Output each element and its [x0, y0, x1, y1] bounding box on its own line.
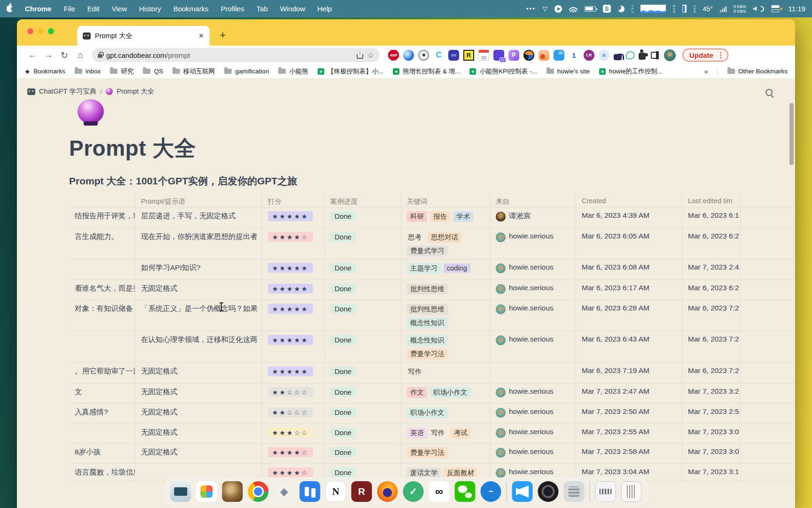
column-header-案例进度[interactable]: 案例进度 [325, 193, 401, 207]
dock-icon-notion[interactable]: N [326, 481, 346, 502]
cell-author[interactable] [490, 363, 576, 383]
menu-file[interactable]: File [64, 5, 75, 13]
table-row-6[interactable]: 在认知心理学领域，迁移和泛化这两★★★★★Done概念性知识费曼学习法howie… [69, 331, 795, 363]
table-row-7[interactable]: 。用它帮助审了一篇无固定格式★★★★★Done写作Mar 6, 2023 7:1… [69, 363, 795, 383]
table-row-9[interactable]: 入真感情?无固定格式★★☆☆☆Done职场小作文howie.seriousMar… [69, 404, 795, 424]
column-header-Last edited tim[interactable]: Last edited tim [682, 193, 741, 207]
cell-status[interactable]: Done [325, 331, 401, 362]
menu-view[interactable]: View [112, 5, 127, 13]
menu-tab[interactable]: Tab [257, 5, 268, 13]
dock-icon-trash[interactable] [621, 481, 642, 502]
browser-menu-dots-icon[interactable]: ⋮ [718, 51, 725, 59]
menu-profiles[interactable]: Profiles [221, 5, 244, 13]
column-header-blank[interactable] [69, 193, 135, 207]
cell-created[interactable]: Mar 6, 2023 6:08 AM [576, 259, 682, 279]
cell-keywords[interactable]: 职场小作文 [401, 404, 490, 423]
bookmark-item-2[interactable]: inbox [75, 68, 101, 75]
toggles-status-icon[interactable] [771, 5, 781, 12]
calendar-extension-icon[interactable] [478, 50, 489, 61]
table-row-3[interactable]: 如何学习API知识?★★★★★Done主题学习codinghowie.serio… [69, 259, 795, 280]
address-bar[interactable]: gpt.candobear.com/prompt ☆ [92, 48, 380, 62]
cell-created[interactable]: Mar 6, 2023 6:05 AM [576, 228, 682, 259]
forward-button[interactable]: → [41, 50, 55, 60]
orange-dot-extension-icon[interactable] [539, 50, 549, 61]
ssl-lock-icon[interactable] [98, 54, 102, 58]
table-row-1[interactable]: 结报告用于评奖，对层层递进，手写，无固定格式★★★★★Done科研报告学术谭淞宸… [69, 207, 795, 228]
cell-last-edited[interactable]: Mar 7, 2023 3:0 [682, 444, 741, 463]
lr-extension-icon[interactable]: LR [584, 50, 594, 61]
cell-last-edited[interactable]: Mar 7, 2023 2:4 [682, 259, 741, 279]
page-search-icon[interactable] [765, 89, 773, 96]
onetab-extension-icon[interactable]: 1 [569, 50, 579, 61]
cell-rating[interactable]: ★★★★★ [262, 363, 325, 383]
dock-icon-launchpad[interactable] [196, 481, 217, 502]
dock-icon-firefox[interactable] [377, 481, 398, 502]
dock-icon-photo-app[interactable] [222, 481, 243, 502]
cell-name[interactable]: 对象：有知识储备， [69, 300, 135, 331]
cell-prompt[interactable]: 在认知心理学领域，迁移和泛化这两 [135, 331, 262, 362]
cell-name[interactable]: 。用它帮助审了一篇 [69, 363, 135, 383]
cell-rating[interactable]: ★★★★★ [262, 280, 325, 300]
password-lock-extension-icon[interactable] [418, 50, 429, 61]
cell-prompt[interactable]: 如何学习API知识? [135, 259, 262, 279]
cell-name[interactable]: 看谁名气大，而是要 [69, 280, 135, 300]
cell-prompt[interactable]: 无固定格式 [135, 363, 262, 383]
cell-name[interactable] [69, 259, 135, 279]
cell-author[interactable]: 谭淞宸 [490, 207, 576, 228]
table-row-4[interactable]: 看谁名气大，而是要无固定格式★★★★★Done批判性思维howie.seriou… [69, 280, 795, 300]
cell-last-edited[interactable]: Mar 7, 2023 2:5 [682, 404, 741, 423]
cell-last-edited[interactable]: Mar 6, 2023 7:2 [682, 363, 741, 383]
cell-keywords[interactable]: 写作 [401, 363, 490, 383]
blue-globe-extension-icon[interactable] [403, 50, 414, 61]
dock-icon-chrome[interactable] [248, 481, 269, 502]
cell-rating[interactable]: ★★☆☆☆ [262, 383, 325, 403]
home-button[interactable]: ⌂ [73, 50, 87, 60]
cell-status[interactable]: Done [325, 404, 401, 423]
cell-status[interactable]: Done [325, 259, 401, 279]
dock-icon-keyboard[interactable] [595, 481, 616, 502]
menu-bookmarks[interactable]: Bookmarks [173, 5, 209, 13]
cell-rating[interactable]: ★★★★★ [262, 259, 325, 279]
cell-prompt[interactable]: 现在开始，你扮演道家思想的提出者 [135, 228, 262, 259]
bookmark-item-11[interactable]: howie's site [547, 68, 590, 75]
play-status-icon[interactable] [554, 5, 562, 13]
cell-prompt[interactable]: 无固定格式 [135, 280, 262, 300]
cell-keywords[interactable]: 作文职场小作文 [401, 383, 490, 403]
cell-rating[interactable]: ★★★★★ [262, 207, 325, 228]
cell-rating[interactable]: ★★★☆☆ [262, 424, 325, 443]
volume-icon[interactable] [753, 6, 764, 12]
cell-name[interactable]: 言生成能力。 [69, 228, 135, 259]
c-extension-icon[interactable]: C [433, 50, 444, 61]
do-not-disturb-moon-icon[interactable] [618, 6, 625, 12]
network-bars-icon[interactable] [720, 6, 727, 12]
cell-created[interactable]: Mar 7, 2023 2:50 AM [576, 404, 682, 423]
cell-last-edited[interactable]: Mar 6, 2023 7:2 [682, 300, 741, 331]
shottr-icon[interactable]: S [603, 5, 611, 13]
cell-author[interactable]: howie.serious [490, 331, 576, 362]
cell-last-edited[interactable]: Mar 7, 2023 3:1 [682, 464, 741, 481]
cell-last-edited[interactable]: Mar 6, 2023 6:1 [682, 207, 741, 228]
column-header-来自[interactable]: 来自 [490, 193, 576, 207]
wifi-icon[interactable] [569, 6, 578, 12]
table-row-8[interactable]: 文无固定格式★★☆☆☆Done作文职场小作文howie.seriousMar 7… [69, 383, 795, 404]
purple-p-extension-icon[interactable]: P [508, 50, 519, 61]
window-controls[interactable] [27, 28, 54, 34]
menu-history[interactable]: History [139, 5, 161, 13]
update-button[interactable]: Update ⋮ [682, 48, 728, 62]
cell-keywords[interactable]: 思考思想对话费曼式学习 [401, 228, 490, 259]
cell-created[interactable]: Mar 6, 2023 6:17 AM [576, 280, 682, 300]
cell-author[interactable]: howie.serious [490, 280, 576, 300]
cell-created[interactable]: Mar 7, 2023 2:47 AM [576, 383, 682, 403]
cell-created[interactable]: Mar 7, 2023 2:55 AM [576, 424, 682, 443]
bookmark-item-5[interactable]: 移动互联网 [172, 67, 215, 76]
dock-icon-proxy-wave[interactable]: ~ [481, 481, 501, 502]
cell-created[interactable]: Mar 6, 2023 7:19 AM [576, 363, 682, 383]
profile-avatar[interactable] [664, 49, 676, 61]
column-header-关键词[interactable]: 关键词 [401, 193, 490, 207]
cell-status[interactable]: Done [325, 424, 401, 443]
cell-keywords[interactable]: 批判性思维概念性知识 [401, 300, 490, 331]
cell-author[interactable]: howie.serious [490, 383, 576, 403]
cell-author[interactable]: howie.serious [490, 424, 576, 443]
page-icon-crystal-ball[interactable] [78, 99, 104, 124]
dock-icon-vscode[interactable] [512, 481, 533, 502]
